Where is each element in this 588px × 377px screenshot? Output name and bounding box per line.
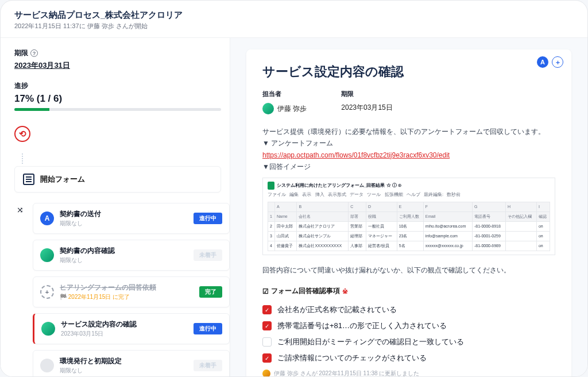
spreadsheet-preview: システム利用に向けたヒアリングフォーム_回答結果 ☆ ⓘ ⊙ ファイル 編集 表… — [262, 178, 555, 255]
step-item[interactable]: A 契約書の送付 期限なし 進行中 — [33, 203, 230, 234]
avatar-pill[interactable]: A — [537, 56, 548, 68]
step-avatar — [40, 359, 54, 372]
start-form-label: 開始フォーム — [40, 174, 85, 184]
step-sub: 🏁 2022年11月15日 に完了 — [60, 293, 194, 301]
add-button[interactable]: ＋ — [552, 56, 563, 68]
step-avatar: + — [40, 285, 54, 299]
step-title: サービス設定内容の確認 — [61, 320, 188, 329]
form-url-link[interactable]: https://app.octpath.com/flows/01f8vcfbz2… — [262, 151, 450, 159]
status-badge: 未着手 — [194, 249, 222, 261]
panel-title: サービス設定内容の確認 — [262, 63, 555, 80]
check-item[interactable]: ✓ご請求情報についてのチェックがされている — [262, 350, 555, 366]
check-heading: フォーム回答確認事項 — [271, 286, 340, 296]
check-label: ご請求情報についてのチェックがされている — [277, 353, 427, 363]
branch-icon: ⤨ — [14, 205, 26, 214]
step-avatar: A — [40, 211, 54, 225]
step-title: 契約書の内容確認 — [60, 246, 188, 256]
check-item[interactable]: ご利用開始日がミーティングでの確認日と一致している — [262, 334, 555, 350]
confirm-intro: 回答内容について間違いや抜け漏れがないか、以下の観点で確認してください。 — [262, 264, 555, 276]
page-title: サービス納品プロセス_株式会社アクロリア — [14, 10, 574, 21]
assignee-name: 伊藤 弥歩 — [277, 104, 307, 114]
help-icon[interactable]: ? — [30, 49, 38, 57]
assignee-label: 担当者 — [262, 90, 307, 98]
step-sub: 2023年03月15日 — [61, 330, 188, 338]
step-avatar — [40, 248, 54, 262]
check-label: ご利用開始日がミーティングでの確認日と一致している — [277, 337, 464, 347]
step-title: ヒアリングフォームの回答依頼 — [60, 283, 194, 293]
check-item[interactable]: ✓会社名が正式名称で記載されている — [262, 302, 555, 318]
checkbox[interactable] — [262, 337, 272, 347]
deadline-label: 期限 — [14, 48, 28, 58]
form-icon — [23, 174, 34, 185]
status-badge: 進行中 — [194, 213, 222, 224]
step-sub: 期限なし — [60, 256, 188, 264]
due-value: 2023年03月15日 — [341, 103, 392, 113]
step-title: 契約書の送付 — [60, 209, 188, 219]
step-item[interactable]: 契約書の内容確認 期限なし 未着手 — [33, 240, 230, 271]
assignee-avatar — [262, 103, 274, 114]
checkbox[interactable]: ✓ — [262, 353, 272, 363]
progress-value: 17% (1 / 6) — [14, 93, 230, 105]
due-label: 期限 — [341, 90, 392, 98]
checkbox[interactable]: ✓ — [262, 321, 272, 330]
sheets-icon — [268, 182, 274, 190]
step-item[interactable]: サービス設定内容の確認 2023年03月15日 進行中 — [33, 313, 230, 344]
status-badge: 未着手 — [194, 360, 222, 371]
intro-text: サービス提供（環境発行）に必要な情報を、以下のアンケートフォームで回収しています… — [262, 126, 555, 137]
sheet-title: システム利用に向けたヒアリングフォーム_回答結果 ☆ ⓘ ⊙ — [277, 182, 401, 190]
check-item[interactable]: ✓携帯電話番号は+81…の形で正しく入力されている — [262, 318, 555, 334]
deadline-value[interactable]: 2023年03月31日 — [14, 60, 70, 71]
form-label: ▼ アンケートフォーム — [262, 137, 555, 149]
check-label: 会社名が正式名称で記載されている — [277, 305, 397, 315]
step-sub: 期限なし — [60, 367, 188, 375]
check-label: 携帯電話番号は+81…の形で正しく入力されている — [277, 321, 447, 331]
start-form-card[interactable]: 開始フォーム — [14, 166, 221, 193]
status-badge: 完了 — [199, 286, 222, 298]
progress-bar — [14, 108, 221, 111]
checklist-icon: ☑ — [262, 287, 269, 295]
sheet-menu: ファイル 編集 表示 挿入 表示形式 データ ツール 拡張機能 ヘルプ 最終編集… — [268, 191, 550, 199]
step-item[interactable]: + ヒアリングフォームの回答依頼 🏁 2022年11月15日 に完了 完了 — [33, 276, 230, 307]
step-title: 環境発行と初期設定 — [60, 356, 188, 366]
timeline-start-icon: ⟲ — [14, 126, 30, 142]
updater-avatar — [262, 370, 270, 376]
update-note: 伊藤 弥歩 さんが 2022年11月15日 11:38 に更新しました — [274, 370, 419, 376]
answer-image-label: ▼回答イメージ — [262, 161, 555, 172]
status-badge: 進行中 — [194, 323, 222, 334]
checkbox[interactable]: ✓ — [262, 305, 272, 314]
page-subtitle: 2022年11月15日 11:37に 伊藤 弥歩 さんが開始 — [14, 22, 574, 30]
progress-label: 進捗 — [14, 81, 28, 91]
required-mark: ※ — [342, 287, 348, 295]
step-sub: 期限なし — [60, 220, 188, 228]
step-avatar — [41, 322, 55, 336]
step-item[interactable]: 環境発行と初期設定 期限なし 未着手 — [33, 350, 230, 376]
